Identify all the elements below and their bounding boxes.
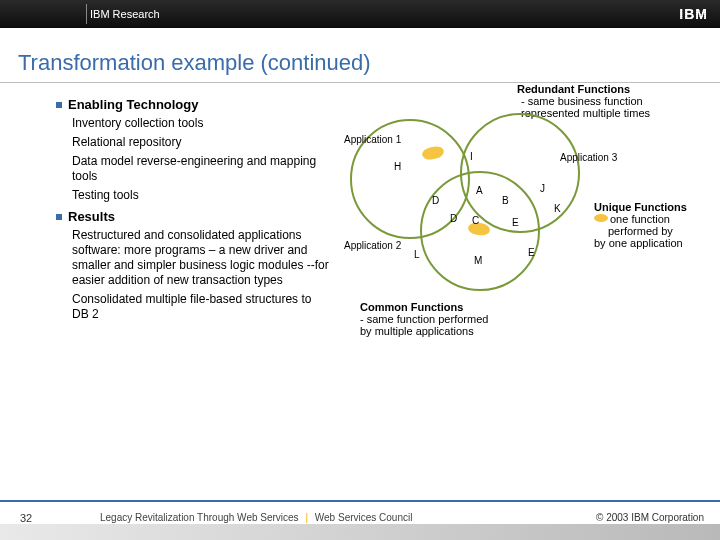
footer-center: Legacy Revitalization Through Web Servic… xyxy=(100,512,412,523)
common-desc: - same function performed by multiple ap… xyxy=(360,313,500,337)
venn-label-app3: Application 3 xyxy=(560,153,620,164)
venn-letter: D xyxy=(432,195,439,206)
unique-desc-line: performed by xyxy=(594,225,700,237)
venn-label-app1: Application 1 xyxy=(344,135,401,146)
header-bar: IBM Research IBM xyxy=(0,0,720,28)
footer-text-b: Web Services Council xyxy=(315,512,413,523)
page-number: 32 xyxy=(20,512,32,524)
list-item: Relational repository xyxy=(72,135,326,150)
venn-diagram: Application 1 Application 2 Application … xyxy=(350,113,570,293)
bullet-icon xyxy=(56,214,62,220)
unique-functions-note: Unique Functions one function performed … xyxy=(594,201,700,249)
venn-letter: M xyxy=(474,255,482,266)
venn-letter: H xyxy=(394,161,401,172)
venn-letter: B xyxy=(502,195,509,206)
venn-letter: D xyxy=(450,213,457,224)
venn-letter: I xyxy=(470,151,473,162)
footer-separator: | xyxy=(301,512,312,523)
venn-letter: K xyxy=(554,203,561,214)
ibm-logo: IBM xyxy=(679,6,708,22)
header-separator xyxy=(86,4,87,24)
right-area: Redundant Functions - same business func… xyxy=(340,83,700,483)
slide-title: Transformation example (continued) xyxy=(18,50,720,76)
list-item: Consolidated multiple file-based structu… xyxy=(72,292,326,322)
common-title: Common Functions xyxy=(360,301,500,313)
venn-letter: C xyxy=(472,215,479,226)
highlight-marker-icon xyxy=(594,214,608,222)
footer-gradient xyxy=(0,524,720,540)
venn-letter: E xyxy=(528,247,535,258)
list-item: Inventory collection tools xyxy=(72,116,326,131)
section-enabling-technology: Enabling Technology xyxy=(56,97,326,112)
section-results: Results xyxy=(56,209,326,224)
redundant-title: Redundant Functions xyxy=(517,83,692,95)
unique-desc-line: by one application xyxy=(594,237,700,249)
section-label: Results xyxy=(68,209,115,224)
content-area: Enabling Technology Inventory collection… xyxy=(0,83,720,483)
list-item: Data model reverse-engineering and mappi… xyxy=(72,154,326,184)
venn-letter: L xyxy=(414,249,420,260)
list-item: Testing tools xyxy=(72,188,326,203)
venn-letter: J xyxy=(540,183,545,194)
unique-title: Unique Functions xyxy=(594,201,700,213)
header-brand-text: IBM Research xyxy=(90,8,160,20)
common-functions-note: Common Functions - same function perform… xyxy=(360,301,500,337)
bullet-icon xyxy=(56,102,62,108)
venn-label-app2: Application 2 xyxy=(344,241,401,252)
venn-letter: E xyxy=(512,217,519,228)
unique-desc-line: one function xyxy=(610,213,670,225)
footer-text-a: Legacy Revitalization Through Web Servic… xyxy=(100,512,299,523)
footer: 32 Legacy Revitalization Through Web Ser… xyxy=(0,500,720,540)
list-item: Restructured and consolidated applicatio… xyxy=(72,228,334,288)
venn-letter: A xyxy=(476,185,483,196)
section-label: Enabling Technology xyxy=(68,97,198,112)
copyright: © 2003 IBM Corporation xyxy=(596,512,704,523)
left-column: Enabling Technology Inventory collection… xyxy=(16,97,326,322)
